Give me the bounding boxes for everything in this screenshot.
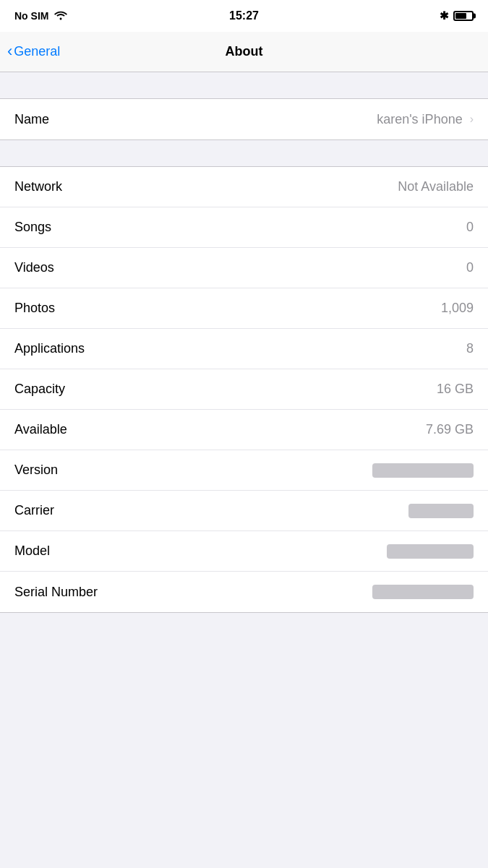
status-left: No SIM <box>14 10 101 22</box>
mid-spacer <box>0 140 488 166</box>
carrier-row: Carrier <box>0 491 488 531</box>
carrier-blurred <box>408 504 474 518</box>
bluetooth-icon: ✱ <box>440 9 449 22</box>
capacity-label: Capacity <box>14 382 65 397</box>
version-blurred <box>372 463 474 478</box>
model-blurred <box>387 544 474 559</box>
info-section: Network Not Available Songs 0 Videos 0 P… <box>0 166 488 613</box>
back-chevron-icon: ‹ <box>7 43 12 59</box>
videos-value: 0 <box>466 260 474 275</box>
songs-label: Songs <box>14 220 51 235</box>
status-time: 15:27 <box>229 9 259 22</box>
applications-row: Applications 8 <box>0 329 488 369</box>
version-value <box>372 463 474 478</box>
name-value: karen's iPhone › <box>377 112 474 127</box>
back-button[interactable]: ‹ General <box>7 44 60 59</box>
page-title: About <box>226 44 263 59</box>
available-row: Available 7.69 GB <box>0 410 488 450</box>
serial-number-row: Serial Number <box>0 572 488 612</box>
carrier-label: No SIM <box>14 10 48 22</box>
nav-bar: ‹ General About <box>0 32 488 72</box>
status-bar: No SIM 15:27 ✱ <box>0 0 488 32</box>
capacity-row: Capacity 16 GB <box>0 369 488 410</box>
videos-row: Videos 0 <box>0 248 488 288</box>
videos-label: Videos <box>14 260 54 275</box>
name-chevron-icon: › <box>470 113 474 126</box>
serial-number-value <box>372 585 474 599</box>
model-row: Model <box>0 531 488 572</box>
top-spacer <box>0 72 488 98</box>
network-row: Network Not Available <box>0 167 488 207</box>
songs-value: 0 <box>466 220 474 235</box>
carrier-label: Carrier <box>14 503 54 518</box>
available-label: Available <box>14 422 67 437</box>
version-row: Version <box>0 450 488 491</box>
capacity-value: 16 GB <box>437 382 474 397</box>
available-value: 7.69 GB <box>426 422 474 437</box>
photos-value: 1,009 <box>441 301 474 316</box>
serial-number-label: Serial Number <box>14 585 98 600</box>
model-label: Model <box>14 543 50 559</box>
bottom-spacer <box>0 613 488 639</box>
photos-label: Photos <box>14 301 55 316</box>
songs-row: Songs 0 <box>0 207 488 248</box>
network-value: Not Available <box>398 179 474 194</box>
name-section: Name karen's iPhone › <box>0 98 488 140</box>
network-label: Network <box>14 179 62 194</box>
battery-icon <box>453 11 474 21</box>
version-label: Version <box>14 463 58 478</box>
photos-row: Photos 1,009 <box>0 288 488 329</box>
applications-label: Applications <box>14 341 85 356</box>
name-label: Name <box>14 112 49 127</box>
applications-value: 8 <box>466 341 474 356</box>
serial-blurred <box>372 585 474 599</box>
status-right: ✱ <box>416 9 474 22</box>
wifi-icon <box>54 10 67 22</box>
name-row[interactable]: Name karen's iPhone › <box>0 99 488 139</box>
back-button-label: General <box>14 44 60 59</box>
model-value <box>387 544 474 559</box>
carrier-value <box>408 504 474 518</box>
